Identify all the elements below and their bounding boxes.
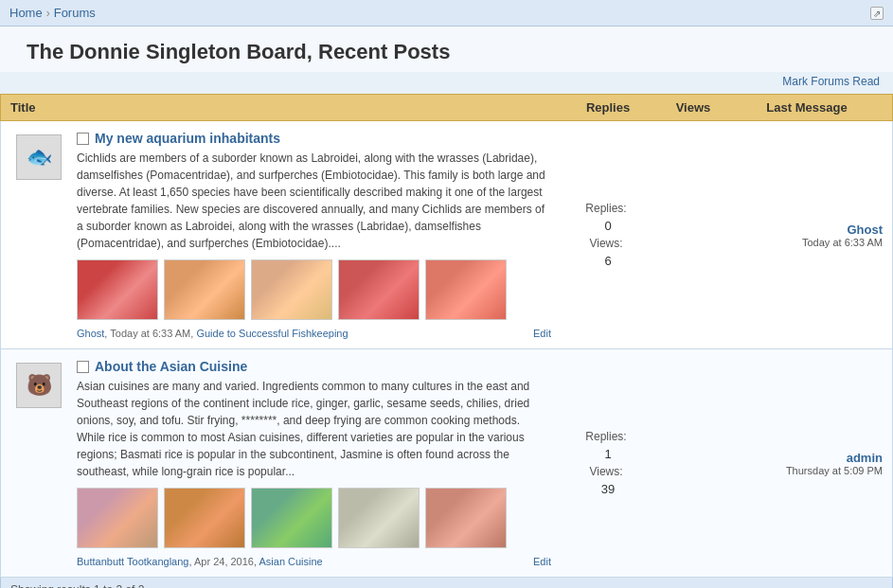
results-text: Showing results 1 to 2 of 2 [10, 583, 144, 588]
post-edit-link[interactable]: Edit [533, 556, 551, 567]
post-checkbox[interactable] [77, 361, 89, 373]
post-title-link[interactable]: My new aquarium inhabitants [95, 131, 280, 146]
table-header: Title Replies Views Last Message [0, 94, 893, 121]
post-title-row: About the Asian Cuisine [77, 359, 551, 374]
top-breadcrumb-bar: Home › Forums ⇗ [0, 0, 893, 27]
breadcrumb-home[interactable]: Home [9, 6, 43, 20]
post-author[interactable]: Buttanbutt Tootkanglang [77, 556, 188, 567]
post-thumbnail [164, 259, 245, 320]
avatar-col: 🐟 [10, 131, 67, 339]
views-label: Views: [589, 465, 626, 478]
table-row: 🐻 About the Asian Cuisine Asian cuisines… [0, 349, 893, 578]
post-content: My new aquarium inhabitants Cichlids are… [77, 131, 551, 339]
last-user-link[interactable]: admin [847, 451, 883, 465]
post-stats: Replies: 1 Views: 39 admin Thursday at 5… [561, 359, 883, 567]
post-meta: Ghost, Today at 6:33 AM, Guide to Succes… [77, 328, 551, 339]
replies-label: Replies: [585, 430, 630, 443]
views-value: 6 [604, 254, 611, 268]
post-thumbnail [164, 488, 245, 548]
posts-container: 🐟 My new aquarium inhabitants Cichlids a… [0, 121, 893, 578]
external-link-icon[interactable]: ⇗ [870, 7, 884, 20]
last-time: Today at 6:33 AM [802, 237, 883, 248]
post-images [77, 259, 551, 320]
post-thumbnail [425, 488, 507, 548]
page-title: The Donnie Singleton Board, Recent Posts [13, 27, 893, 72]
table-row: 🐟 My new aquarium inhabitants Cichlids a… [0, 121, 893, 349]
post-thumbnail [77, 488, 158, 548]
post-author-info: Buttanbutt Tootkanglang, Apr 24, 2016, A… [77, 556, 323, 567]
replies-block: Replies: 1 Views: 39 [561, 430, 655, 496]
post-content: About the Asian Cuisine Asian cuisines a… [77, 359, 551, 567]
views-value: 39 [601, 482, 615, 496]
post-thumbnail [338, 259, 420, 320]
post-thumbnail [425, 259, 507, 320]
last-user-link[interactable]: Ghost [847, 223, 883, 237]
avatar: 🐻 [16, 363, 62, 408]
mark-forums-read-link[interactable]: Mark Forums Read [782, 75, 880, 88]
mark-forums-area: Mark Forums Read [0, 72, 893, 94]
th-replies: Replies [561, 100, 655, 115]
th-views: Views [655, 100, 731, 115]
avatar-col: 🐻 [10, 359, 67, 567]
post-category-link[interactable]: Guide to Successful Fishkeeping [196, 328, 348, 339]
last-time: Thursday at 5:09 PM [786, 465, 883, 476]
avatar: 🐟 [16, 134, 62, 180]
post-thumbnail [338, 488, 420, 548]
breadcrumb-sep-1: › [46, 7, 50, 20]
views-label: Views: [589, 237, 626, 250]
post-title-link[interactable]: About the Asian Cuisine [95, 359, 247, 374]
last-user-block: Ghost Today at 6:33 AM [731, 223, 883, 248]
post-thumbnail [251, 488, 332, 548]
post-title-row: My new aquarium inhabitants [77, 131, 551, 146]
post-images [77, 488, 551, 548]
replies-block: Replies: 0 Views: 6 [561, 202, 655, 268]
replies-value: 0 [604, 219, 611, 233]
post-time: Apr 24, 2016 [194, 556, 254, 567]
post-category-link[interactable]: Asian Cuisine [259, 556, 322, 567]
post-checkbox[interactable] [77, 133, 89, 145]
post-author[interactable]: Ghost [77, 328, 104, 339]
replies-value: 1 [604, 447, 611, 461]
post-thumbnail [251, 259, 332, 320]
post-body: Cichlids are members of a suborder known… [77, 150, 551, 252]
results-bar: Showing results 1 to 2 of 2 [0, 578, 893, 588]
post-time: Today at 6:33 AM [110, 328, 190, 339]
last-user-block: admin Thursday at 5:09 PM [731, 451, 883, 476]
post-body: Asian cuisines are many and varied. Ingr… [77, 378, 551, 480]
replies-label: Replies: [585, 202, 630, 215]
post-thumbnail [77, 259, 158, 320]
post-stats: Replies: 0 Views: 6 Ghost Today at 6:33 … [561, 131, 883, 339]
breadcrumb-forums[interactable]: Forums [54, 6, 96, 20]
th-title: Title [10, 100, 561, 115]
post-author-info: Ghost, Today at 6:33 AM, Guide to Succes… [77, 328, 348, 339]
post-edit-link[interactable]: Edit [533, 328, 551, 339]
th-last-message: Last Message [731, 100, 883, 115]
post-meta: Buttanbutt Tootkanglang, Apr 24, 2016, A… [77, 556, 551, 567]
